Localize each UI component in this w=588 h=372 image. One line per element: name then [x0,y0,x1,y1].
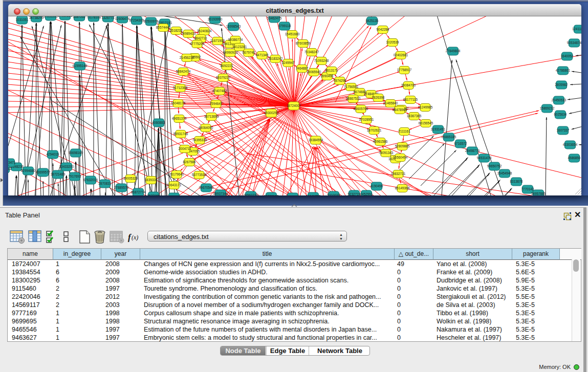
svg-text:8425135: 8425135 [366,19,379,23]
svg-text:85149368: 85149368 [395,186,410,190]
svg-text:34738299: 34738299 [29,16,44,19]
svg-text:28498776: 28498776 [465,149,480,152]
svg-text:4873471: 4873471 [8,161,16,164]
svg-text:15869232: 15869232 [540,106,555,110]
svg-text:50643171: 50643171 [167,183,182,187]
svg-text:45961586: 45961586 [373,140,388,143]
svg-text:8613171: 8613171 [325,69,338,72]
svg-text:21456232: 21456232 [180,56,194,59]
svg-text:3387262: 3387262 [73,16,86,18]
svg-text:67010651: 67010651 [58,16,73,17]
svg-text:85574443: 85574443 [156,26,171,29]
svg-text:4190496: 4190496 [371,184,383,188]
svg-text:02606474: 02606474 [115,17,130,20]
svg-text:39084700: 39084700 [401,83,416,87]
svg-text:15451680: 15451680 [285,32,300,36]
svg-text:13433200: 13433200 [59,165,74,168]
svg-text:4586850: 4586850 [568,156,581,160]
svg-text:87234309: 87234309 [129,18,144,22]
svg-text:70348247: 70348247 [304,50,319,54]
svg-text:52809885: 52809885 [395,144,410,148]
svg-text:62994680: 62994680 [21,169,36,172]
svg-text:36193990: 36193990 [208,17,223,21]
svg-text:39005329: 39005329 [123,177,138,180]
svg-text:63605766: 63605766 [354,107,368,111]
svg-text:2004711: 2004711 [179,147,191,150]
svg-text:86872774: 86872774 [131,190,146,194]
svg-text:4060883: 4060883 [153,121,165,124]
svg-text:67632016: 67632016 [83,178,98,182]
svg-text:78091343: 78091343 [379,151,394,155]
svg-text:43455812: 43455812 [8,167,12,170]
svg-text:5310033: 5310033 [328,193,340,195]
svg-text:0679740: 0679740 [243,51,255,54]
svg-text:73178108: 73178108 [86,16,101,19]
svg-text:05865185: 05865185 [442,135,456,139]
svg-text:7464887: 7464887 [296,67,309,70]
svg-text:4471349: 4471349 [256,53,269,57]
svg-text:21249985: 21249985 [418,105,433,109]
svg-text:7770143: 7770143 [521,187,534,191]
svg-text:9042284: 9042284 [377,28,389,31]
svg-text:16048175: 16048175 [171,101,186,105]
svg-text:7874296: 7874296 [334,79,346,82]
svg-text:94531473: 94531473 [477,156,492,160]
svg-text:74989413: 74989413 [181,32,196,35]
svg-text:11671902: 11671902 [210,39,225,42]
svg-text:64990913: 64990913 [223,51,238,54]
svg-text:71756551: 71756551 [344,85,359,89]
svg-text:74395339: 74395339 [192,138,207,142]
svg-text:87603669: 87603669 [167,195,182,195]
svg-text:06990162: 06990162 [264,194,279,195]
svg-text:17758917: 17758917 [397,68,412,72]
svg-text:7452991: 7452991 [360,192,373,195]
svg-text:19384554: 19384554 [309,138,323,142]
svg-text:47775204: 47775204 [190,42,205,46]
svg-text:(x): (x) [132,234,138,241]
svg-text:1839335: 1839335 [145,178,158,182]
svg-text:0842710: 0842710 [194,36,207,40]
svg-text:98478961: 98478961 [393,108,407,112]
svg-text:12411824: 12411824 [572,27,581,31]
svg-text:18724007: 18724007 [287,104,301,107]
svg-text:43699577: 43699577 [36,170,51,174]
svg-text:69379237: 69379237 [216,76,231,79]
svg-text:35240824: 35240824 [197,29,212,33]
svg-text:1020539: 1020539 [386,40,399,44]
svg-text:34957885: 34957885 [531,192,546,195]
svg-text:19065940: 19065940 [307,70,321,74]
svg-text:71093248: 71093248 [314,59,329,62]
svg-text:99386774: 99386774 [228,38,243,41]
svg-text:66156545: 66156545 [419,121,433,125]
svg-text:4294019: 4294019 [47,152,59,156]
svg-text:93534874: 93534874 [567,41,581,45]
svg-text:66177115: 66177115 [403,98,418,101]
svg-text:87603859: 87603859 [296,41,311,45]
svg-text:19832731: 19832731 [391,172,406,176]
svg-text:43303654: 43303654 [563,143,578,146]
svg-text:20450533: 20450533 [552,98,567,102]
svg-text:27889579: 27889579 [114,186,129,189]
svg-text:80500978: 80500978 [144,19,159,23]
svg-text:2805982: 2805982 [555,83,568,86]
svg-text:44064090: 44064090 [199,126,213,129]
svg-text:09670546: 09670546 [199,186,214,189]
svg-text:18702621: 18702621 [367,128,382,132]
svg-text:27028951: 27028951 [359,118,374,121]
svg-text:0249947: 0249947 [282,61,295,64]
svg-text:6716572: 6716572 [454,142,467,145]
svg-text:7111161: 7111161 [398,129,410,133]
svg-text:26179640: 26179640 [169,172,184,176]
svg-text:9232719: 9232719 [348,192,361,195]
svg-text:35454948: 35454948 [497,171,512,175]
svg-text:8692221: 8692221 [221,64,233,68]
svg-text:8267586: 8267586 [183,160,196,164]
svg-text:20465375: 20465375 [286,195,300,195]
svg-text:16560494: 16560494 [393,156,408,159]
svg-text:2870831: 2870831 [99,182,112,185]
svg-text:64641708: 64641708 [306,194,321,195]
svg-text:51712368: 51712368 [173,86,188,90]
svg-text:42786801: 42786801 [556,69,571,72]
svg-text:7826398: 7826398 [372,96,385,99]
svg-text:19300293: 19300293 [264,111,279,115]
